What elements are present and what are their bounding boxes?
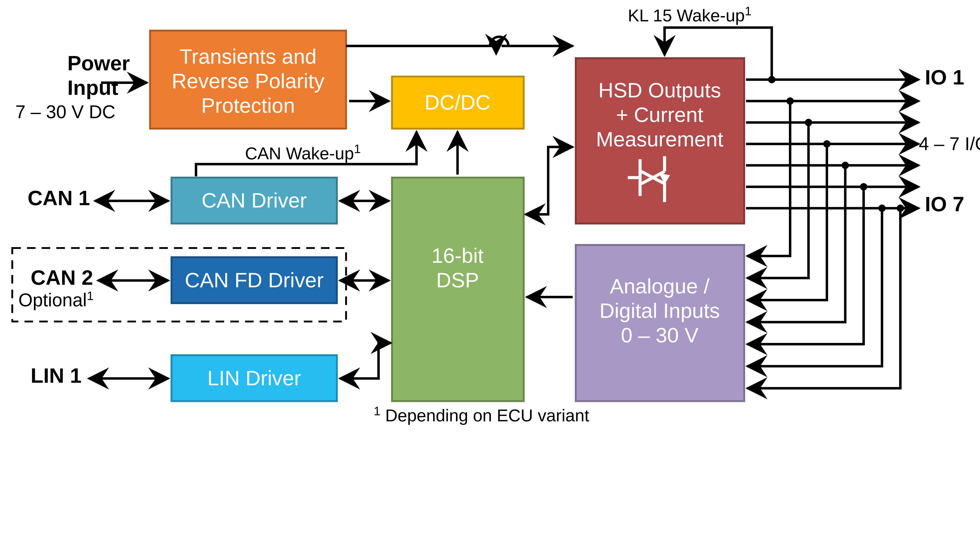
label-lin1: LIN 1 xyxy=(30,364,81,387)
block-protection-label-1: Transients and xyxy=(180,45,317,68)
block-analog-label-3: 0 – 30 V xyxy=(621,323,698,347)
block-dsp-label-2: DSP xyxy=(436,269,479,292)
block-protection-label-2: Reverse Polarity xyxy=(172,69,325,93)
block-analog-label-2: Digital Inputs xyxy=(600,299,720,322)
block-dcdc-label: DC/DC xyxy=(425,91,490,114)
block-can-driver-label: CAN Driver xyxy=(202,189,307,212)
block-analog-label-1: Analogue / xyxy=(610,275,710,298)
label-io-range: 4 – 7 I/O1 xyxy=(919,133,980,154)
label-power-range: 7 – 30 V DC xyxy=(15,102,115,122)
diagram-svg: Power Input 7 – 30 V DC CAN 1 CAN 2 Opti… xyxy=(0,0,980,521)
arrow-dsp-to-hsd xyxy=(525,147,573,214)
label-kl15-wakeup: KL 15 Wake-up1 xyxy=(628,4,751,25)
label-power-2: Input xyxy=(67,76,118,99)
label-can2-note: Optional1 xyxy=(18,289,94,310)
block-lin-driver-label: LIN Driver xyxy=(207,366,301,390)
block-analog xyxy=(576,245,744,401)
svg-point-7 xyxy=(768,76,776,83)
label-can-wakeup: CAN Wake-up1 xyxy=(245,142,361,163)
block-canfd-driver-label: CAN FD Driver xyxy=(185,269,324,292)
svg-point-14 xyxy=(897,205,904,212)
arrow-lin-to-dsp xyxy=(340,343,391,379)
block-protection-label-3: Protection xyxy=(201,94,295,117)
hsd-output-arrows xyxy=(746,80,919,208)
block-diagram: Power Input 7 – 30 V DC CAN 1 CAN 2 Opti… xyxy=(0,0,980,521)
label-can2: CAN 2 xyxy=(30,266,93,289)
block-dsp-label-1: 16-bit xyxy=(431,244,484,267)
block-hsd-label-2: + Current xyxy=(616,103,703,126)
footnote: 1 Depending on ECU variant xyxy=(374,404,589,425)
label-power-1: Power xyxy=(67,51,130,75)
block-hsd-label-3: Measurement xyxy=(596,127,724,151)
arrow-protection-hop xyxy=(490,37,508,46)
label-io1: IO 1 xyxy=(925,66,964,89)
label-io7: IO 7 xyxy=(925,193,964,216)
label-can1: CAN 1 xyxy=(28,186,90,210)
block-hsd-label-1: HSD Outputs xyxy=(598,79,721,102)
arrow-protection-to-kl15-line xyxy=(346,46,496,54)
